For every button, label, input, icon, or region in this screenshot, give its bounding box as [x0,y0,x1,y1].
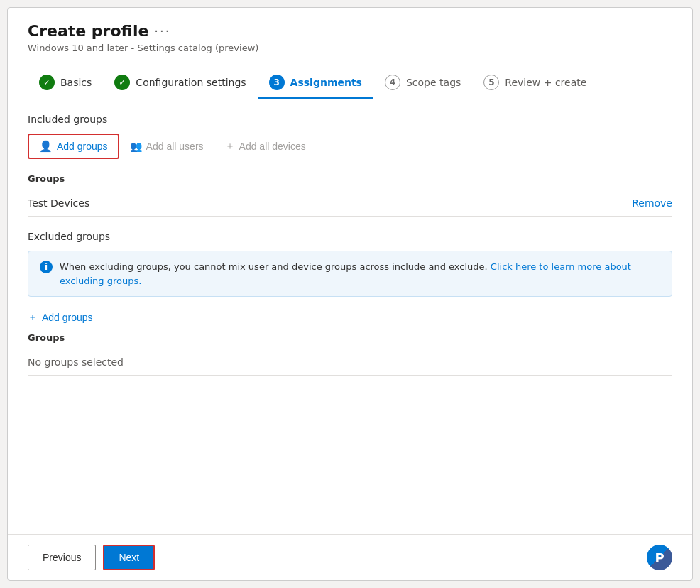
tab-icon-review: 5 [483,75,499,90]
devices-icon: ＋ [225,140,235,153]
add-groups-label: Add groups [57,141,108,152]
person-add-icon: 👤 [39,140,53,153]
info-icon: i [40,261,53,273]
add-excluded-groups-button[interactable]: ＋ Add groups [28,308,93,327]
tab-label-basics: Basics [60,77,92,88]
included-groups-title: Included groups [28,114,672,125]
table-row: Test Devices Remove [28,190,672,217]
table-row: No groups selected [28,349,672,376]
tab-icon-scope: 4 [385,75,400,90]
page-subtitle: Windows 10 and later - Settings catalog … [28,43,672,53]
tab-scope[interactable]: 4 Scope tags [373,67,472,99]
add-all-users-button[interactable]: 👥 Add all users [119,135,214,158]
excluded-groups-table: Groups No groups selected [28,327,672,376]
included-groups-col-header: Groups [28,168,418,190]
exclusion-info-box: i When excluding groups, you cannot mix … [28,251,672,297]
group-name-cell: Test Devices [28,190,418,217]
previous-button[interactable]: Previous [28,545,96,570]
tab-icon-config: ✓ [114,75,130,90]
page-title: Create profile [28,22,148,40]
tab-assignments[interactable]: 3 Assignments [258,67,373,99]
excluded-groups-section: Excluded groups i When excluding groups,… [28,231,672,376]
wizard-tabs: ✓ Basics ✓ Configuration settings 3 Assi… [28,67,672,99]
tab-label-assignments: Assignments [290,77,362,88]
remove-group-button[interactable]: Remove [632,197,672,209]
add-excluded-groups-label: Add groups [42,312,93,323]
add-all-devices-button[interactable]: ＋ Add all devices [214,134,317,158]
next-button[interactable]: Next [103,545,155,570]
tab-icon-basics: ✓ [39,75,55,90]
app-logo: P [647,545,672,570]
excluded-groups-title: Excluded groups [28,231,672,242]
exclusion-info-text: When excluding groups, you cannot mix us… [60,260,660,288]
page-footer: Previous Next P [8,534,692,580]
main-content: Included groups 👤 Add groups 👥 Add all u… [8,99,692,534]
tab-config[interactable]: ✓ Configuration settings [103,67,257,99]
plus-icon: ＋ [28,311,38,324]
tab-review[interactable]: 5 Review + create [472,67,598,99]
included-groups-table: Groups Test Devices Remove [28,168,672,217]
add-all-users-label: Add all users [146,141,204,152]
footer-buttons: Previous Next [28,545,155,570]
tab-label-scope: Scope tags [406,77,461,88]
excluded-groups-col-header: Groups [28,327,672,349]
main-window: Create profile ··· Windows 10 and later … [7,7,693,581]
included-action-bar: 👤 Add groups 👥 Add all users ＋ Add all d… [28,134,672,159]
page-header: Create profile ··· Windows 10 and later … [8,8,692,99]
ellipsis-menu[interactable]: ··· [154,23,170,38]
tab-basics[interactable]: ✓ Basics [28,67,103,99]
users-icon: 👥 [130,141,142,152]
tab-label-config: Configuration settings [136,77,246,88]
tab-label-review: Review + create [505,77,586,88]
add-included-groups-button[interactable]: 👤 Add groups [28,134,119,159]
no-groups-text: No groups selected [28,349,124,375]
add-all-devices-label: Add all devices [239,141,306,152]
tab-icon-assignments: 3 [269,75,285,90]
